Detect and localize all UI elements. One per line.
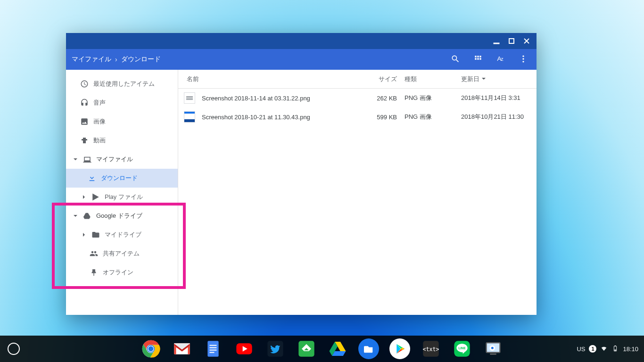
svg-point-29 (491, 347, 494, 349)
svg-rect-33 (615, 349, 616, 350)
column-headers: 名前 サイズ 種類 更新日 (178, 70, 537, 89)
pin-icon (90, 268, 98, 277)
sidebar-item-videos[interactable]: 動画 (66, 131, 178, 150)
file-date: 2018年10月21日 11:30 (461, 113, 537, 121)
grid-view-icon[interactable] (473, 54, 483, 65)
sidebar-item-myfiles[interactable]: マイファイル (66, 150, 178, 169)
svg-rect-16 (210, 352, 215, 353)
svg-point-4 (522, 55, 524, 57)
app-text-icon[interactable]: <txt> (421, 338, 441, 359)
file-size: 262 KB (357, 95, 405, 102)
file-thumbnail-icon (184, 92, 195, 104)
sidebar-item-downloads[interactable]: ダウンロード (66, 169, 178, 188)
column-size[interactable]: サイズ (357, 75, 405, 83)
battery-icon (611, 345, 619, 354)
video-icon (80, 136, 89, 145)
sidebar-item-label: 動画 (93, 136, 106, 145)
app-chrome-icon[interactable] (140, 338, 161, 359)
svg-rect-14 (210, 347, 217, 348)
column-name[interactable]: 名前 (178, 75, 357, 83)
svg-rect-0 (494, 43, 499, 44)
sidebar-item-label: 音声 (93, 99, 106, 107)
column-type[interactable]: 種類 (405, 75, 461, 83)
toolbar: マイファイル › ダウンロード AZ (66, 49, 537, 70)
breadcrumb: マイファイル › ダウンロード (72, 55, 161, 64)
sidebar-item-label: 画像 (93, 117, 106, 126)
download-icon (88, 174, 96, 182)
file-thumbnail-icon (184, 111, 195, 123)
maximize-button[interactable] (508, 38, 515, 44)
files-app-window: マイファイル › ダウンロード AZ (66, 33, 537, 315)
sort-icon[interactable]: AZ (496, 54, 505, 65)
shelf-apps: <txt> LINE (140, 338, 504, 359)
svg-rect-15 (210, 350, 217, 351)
sidebar-item-label: オフライン (103, 268, 133, 277)
sidebar-item-playfiles[interactable]: Play ファイル (66, 188, 178, 206)
svg-text:Z: Z (501, 57, 504, 62)
clock-icon (80, 80, 89, 88)
clock: 18:10 (623, 346, 638, 353)
sidebar-item-label: マイファイル (96, 155, 133, 164)
file-name-label: Screenshot 2018-11-14 at 03.31.22.png (202, 95, 310, 102)
svg-point-5 (522, 58, 524, 59)
sidebar-item-images[interactable]: 画像 (66, 112, 178, 131)
status-area[interactable]: US 1 18:10 (577, 345, 638, 354)
app-drive-icon[interactable] (327, 338, 348, 359)
file-type: PNG 画像 (405, 94, 461, 102)
more-menu-icon[interactable] (519, 54, 528, 65)
app-twitter-icon[interactable] (265, 338, 286, 359)
svg-text:<txt>: <txt> (422, 346, 439, 353)
folder-drive-icon (91, 230, 100, 239)
app-docs-icon[interactable] (203, 338, 223, 359)
chevron-right-icon (81, 195, 87, 199)
sidebar-item-label: Play ファイル (105, 193, 143, 201)
breadcrumb-root[interactable]: マイファイル (72, 55, 111, 64)
file-row[interactable]: Screenshot 2018-11-14 at 03.31.22.png 26… (178, 89, 537, 107)
svg-rect-13 (210, 345, 217, 346)
drive-icon (83, 212, 91, 220)
column-date[interactable]: 更新日 (461, 75, 537, 83)
sidebar-item-label: マイドライブ (105, 230, 141, 239)
app-chrome-remote-icon[interactable] (483, 338, 504, 359)
column-date-label: 更新日 (461, 75, 479, 83)
sidebar: 最近使用したアイテム 音声 画像 動画 (66, 70, 178, 315)
sidebar-item-label: 共有アイテム (103, 249, 140, 258)
sidebar-item-mydrive[interactable]: マイドライブ (66, 225, 178, 244)
sidebar-item-shared[interactable]: 共有アイテム (66, 244, 178, 263)
chevron-down-icon (73, 214, 78, 218)
shelf: <txt> LINE US 1 18:10 (0, 336, 644, 362)
svg-rect-30 (490, 354, 496, 355)
svg-point-6 (522, 61, 524, 62)
sidebar-item-recent[interactable]: 最近使用したアイテム (66, 74, 178, 93)
breadcrumb-current[interactable]: ダウンロード (121, 55, 161, 64)
file-size: 599 KB (357, 114, 405, 121)
sidebar-item-label: ダウンロード (101, 174, 138, 182)
file-row[interactable]: Screenshot 2018-10-21 at 11.30.43.png 59… (178, 107, 537, 126)
app-feedly-icon[interactable] (296, 338, 317, 359)
search-icon[interactable] (451, 54, 460, 65)
breadcrumb-sep-icon: › (115, 56, 117, 63)
chevron-down-icon (73, 157, 78, 162)
laptop-icon (83, 155, 91, 164)
minimize-button[interactable] (493, 38, 500, 44)
app-youtube-icon[interactable] (234, 338, 255, 359)
sidebar-item-offline[interactable]: オフライン (66, 263, 178, 282)
close-button[interactable] (523, 38, 530, 44)
app-line-icon[interactable]: LINE (452, 338, 472, 359)
sidebar-item-audio[interactable]: 音声 (66, 93, 178, 112)
notification-badge: 1 (589, 345, 596, 353)
file-list: 名前 サイズ 種類 更新日 Screenshot 2018-11-14 at 0… (178, 70, 537, 315)
app-gmail-icon[interactable] (172, 338, 192, 359)
app-files-icon[interactable] (358, 338, 379, 359)
window-body: 最近使用したアイテム 音声 画像 動画 (66, 70, 537, 315)
sidebar-item-label: Google ドライブ (96, 212, 142, 220)
sidebar-item-gdrive[interactable]: Google ドライブ (66, 206, 178, 225)
headphones-icon (80, 99, 89, 107)
svg-text:LINE: LINE (458, 346, 466, 350)
chevron-right-icon (81, 232, 87, 237)
app-play-icon[interactable] (389, 338, 410, 359)
ime-indicator: US (577, 346, 585, 353)
people-icon (90, 249, 98, 258)
launcher-button[interactable] (8, 343, 20, 355)
svg-rect-32 (615, 346, 616, 346)
